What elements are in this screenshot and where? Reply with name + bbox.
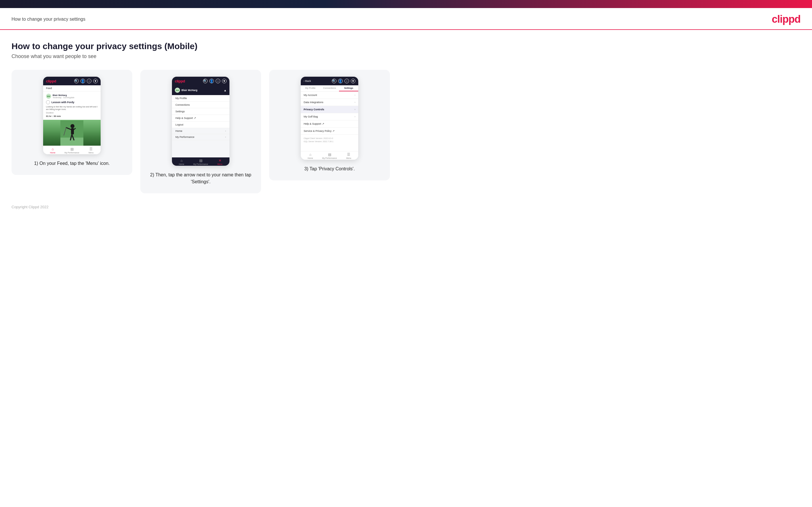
page-title: How to change your privacy settings (Mob…	[11, 41, 801, 51]
svg-rect-3	[71, 128, 74, 134]
menu-item-settings[interactable]: Settings	[172, 108, 230, 115]
menu-section-performance[interactable]: My Performance ›	[172, 134, 230, 140]
tab-settings[interactable]: Settings	[339, 85, 358, 91]
feed-lesson-title: Lesson with Fordy	[51, 101, 74, 104]
svg-point-2	[70, 124, 74, 128]
bottom3-home: ⌂ Home	[301, 153, 320, 159]
step1-caption: 1) On your Feed, tap the 'Menu' icon.	[34, 160, 109, 167]
plus-icon: ○	[87, 79, 92, 83]
menu-user-info: BM Blair McHarg	[175, 88, 198, 93]
feed-bar: Feed	[43, 85, 101, 91]
chevron-mygolfbag: ›	[355, 115, 355, 118]
page-subtitle: Choose what you want people to see	[11, 53, 801, 59]
menu-item-connections[interactable]: Connections	[172, 102, 230, 108]
feed-duration-value: 01 hr : 30 min	[46, 115, 98, 117]
menu-avatar: BM	[175, 88, 180, 93]
settings-item-mygolfbag[interactable]: My Golf Bag ›	[301, 113, 358, 120]
chevron-privacycontrols: ›	[355, 108, 355, 111]
menu-item-logout[interactable]: Logout	[172, 121, 230, 128]
settings-item-myaccount[interactable]: My Account ›	[301, 92, 358, 99]
feed-user-sub: Yesterday · Sunningdale	[53, 97, 74, 99]
bottom-menu: ☰ Menu	[82, 147, 101, 154]
phone2-logo: clippd	[175, 79, 185, 83]
back-button[interactable]: ‹ Back	[304, 79, 311, 82]
settings-version: Clippd Client Version: 2022.8.3-3GQL Ser…	[301, 135, 358, 145]
settings-item-privacycontrols[interactable]: Privacy Controls ›	[301, 106, 358, 113]
chart-icon-2: ▤	[199, 159, 202, 163]
header: How to change your privacy settings clip…	[0, 8, 812, 30]
menu-chevron-up: ▲	[224, 89, 226, 92]
bottom-performance: ▤ My Performance	[62, 147, 82, 154]
step-2-card: clippd 🔍 👤 ○ ▼ BM Blair McHarg ▲	[140, 70, 261, 193]
step-1-card: clippd 🔍 👤 ○ ▼ Feed BM Blair McHar	[11, 70, 132, 175]
phone1-icons: 🔍 👤 ○ ▼	[74, 79, 98, 83]
avatar: BM	[46, 94, 51, 99]
phone2-bottom-bar: ⌂ Home ▤ My Performance ✕ Menu	[172, 157, 230, 166]
chevron-dataintegrations: ›	[355, 101, 355, 104]
bottom3-menu: ☰ Menu	[339, 153, 358, 159]
user-icon: 👤	[81, 79, 85, 83]
menu-icon-3: ☰	[347, 153, 350, 157]
step-3-card: ‹ Back 🔍 👤 ○ ▼ My Profile Connections Se…	[269, 70, 390, 180]
bottom3-performance: ▤ My Performance	[320, 153, 339, 159]
chevron-myaccount: ›	[355, 94, 355, 97]
phone1-nav: clippd 🔍 👤 ○ ▼	[43, 77, 101, 85]
feed-item: BM Blair McHarg Yesterday · Sunningdale …	[43, 91, 101, 120]
plus-icon-2: ○	[216, 79, 220, 83]
phone-mockup-1: clippd 🔍 👤 ○ ▼ Feed BM Blair McHar	[43, 77, 101, 154]
search-icon-2: 🔍	[203, 79, 208, 83]
step3-caption: 3) Tap 'Privacy Controls'.	[304, 165, 355, 172]
steps-row: clippd 🔍 👤 ○ ▼ Feed BM Blair McHar	[11, 70, 801, 193]
bottom2-performance: ▤ My Performance	[191, 159, 210, 165]
plus-icon-3: ○	[345, 79, 349, 83]
feed-image	[43, 120, 101, 146]
phone-mockup-3: ‹ Back 🔍 👤 ○ ▼ My Profile Connections Se…	[301, 77, 358, 160]
svg-rect-1	[60, 137, 84, 146]
settings-spacer	[301, 145, 358, 151]
bottom2-menu: ✕ Menu	[210, 159, 230, 165]
chart-icon-3: ▤	[328, 153, 331, 157]
chevron-icon-2: ▼	[222, 79, 226, 83]
bottom2-home: ⌂ Home	[172, 159, 191, 165]
menu-user-row: BM Blair McHarg ▲	[172, 85, 230, 95]
settings-item-serviceprivacy[interactable]: Service & Privacy Policy ↗	[301, 127, 358, 135]
main-content: How to change your privacy settings (Mob…	[0, 30, 812, 199]
step2-caption: 2) Then, tap the arrow next to your name…	[146, 171, 255, 185]
search-icon-3: 🔍	[332, 79, 337, 83]
tab-myprofile[interactable]: My Profile	[301, 85, 320, 91]
feed-user-info: Blair McHarg Yesterday · Sunningdale	[53, 94, 74, 99]
top-bar	[0, 0, 812, 8]
menu-username: Blair McHarg	[182, 89, 198, 92]
home-icon: ⌂	[52, 147, 54, 151]
phone2-icons: 🔍 👤 ○ ▼	[203, 79, 226, 83]
chevron-icon-3: ▼	[351, 79, 355, 83]
menu-icon: ☰	[90, 147, 93, 151]
chart-icon: ▤	[70, 147, 73, 151]
bottom-home: ⌂ Home	[43, 147, 62, 154]
feed-lesson-row: Lesson with Fordy	[46, 100, 98, 104]
tab-connections[interactable]: Connections	[320, 85, 339, 91]
home-icon-2: ⌂	[181, 159, 183, 163]
phone1-logo: clippd	[46, 79, 56, 83]
settings-nav: ‹ Back 🔍 👤 ○ ▼	[301, 77, 358, 85]
phone-mockup-2: clippd 🔍 👤 ○ ▼ BM Blair McHarg ▲	[172, 77, 230, 166]
search-icon: 🔍	[74, 79, 79, 83]
copyright: Copyright Clippd 2022	[11, 205, 49, 209]
user-icon-3: 👤	[338, 79, 343, 83]
feed-lesson-desc: Looking to feel like my hands are exitin…	[46, 105, 98, 111]
phone3-icons: 🔍 👤 ○ ▼	[332, 79, 355, 83]
settings-item-dataintegrations[interactable]: Data Integrations ›	[301, 99, 358, 106]
golf-ball-icon	[46, 100, 50, 104]
settings-item-helpsupport[interactable]: Help & Support ↗	[301, 120, 358, 127]
menu-item-helpsupport[interactable]: Help & Support ↗	[172, 115, 230, 121]
menu-item-myprofile[interactable]: My Profile	[172, 95, 230, 102]
home-icon-3: ⌂	[309, 153, 311, 157]
menu-spacer	[172, 140, 230, 157]
chevron-right-performance: ›	[225, 135, 226, 138]
settings-tabs: My Profile Connections Settings	[301, 85, 358, 92]
phone1-bottom-bar: ⌂ Home ▤ My Performance ☰ Menu	[43, 146, 101, 154]
golfer-svg	[60, 120, 84, 146]
menu-section-home[interactable]: Home ›	[172, 128, 230, 134]
phone2-nav: clippd 🔍 👤 ○ ▼	[172, 77, 230, 85]
feed-user-name: Blair McHarg	[53, 94, 74, 97]
